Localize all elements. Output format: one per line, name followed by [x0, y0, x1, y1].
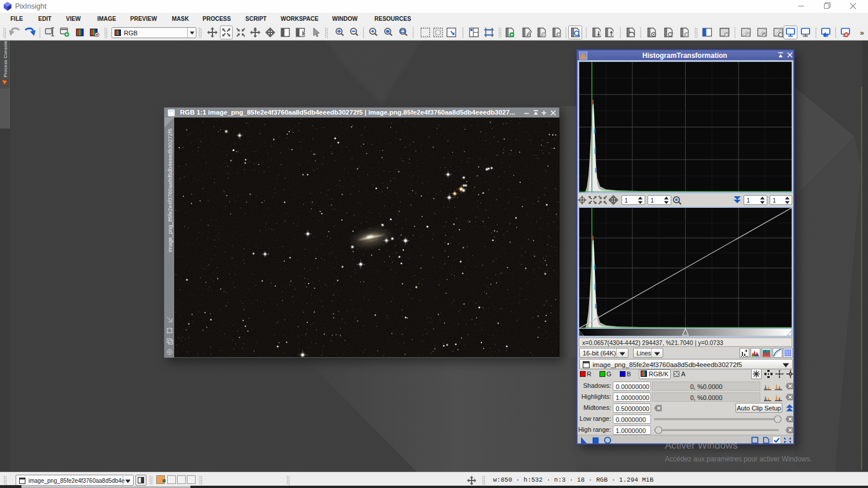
svg-text:RGB: RGB [124, 30, 138, 36]
svg-text:»: » [860, 28, 864, 37]
svg-text:24: 24 [803, 33, 807, 37]
